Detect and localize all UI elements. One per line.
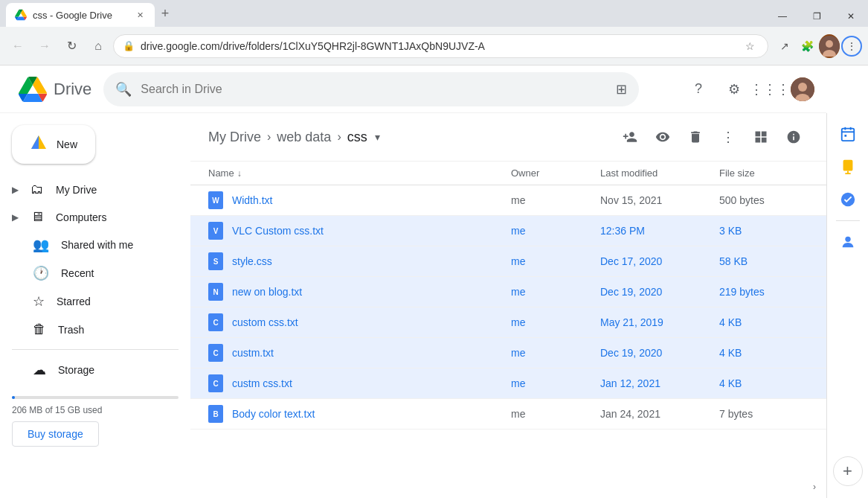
sidebar-item-computers[interactable]: ▶ 🖥 Computers [0,203,179,231]
table-row[interactable]: C custm css.txt me Jan 12, 2021 4 KB [190,368,826,399]
new-tab-button[interactable]: + [155,3,176,24]
name-column-header[interactable]: Name ↓ [208,167,511,179]
sidebar-item-storage[interactable]: ☁ Storage [0,356,179,384]
breadcrumb-separator-1: › [267,130,271,144]
add-apps-button[interactable]: + [833,456,863,486]
file-owner: me [511,316,600,328]
table-row[interactable]: N new on blog.txt me Dec 19, 2020 219 by… [190,277,826,307]
sidebar-item-starred[interactable]: ☆ Starred [0,287,179,316]
file-name-cell: C custm css.txt [208,374,511,392]
sidebar-item-recent[interactable]: 🕐 Recent [0,259,179,287]
apps-button[interactable]: ⋮⋮⋮ [755,74,785,104]
file-date: Nov 15, 2021 [600,194,719,206]
file-name-cell: C custm.txt [208,344,511,362]
file-name[interactable]: new on blog.txt [232,286,302,298]
table-row[interactable]: S style.css me Dec 17, 2020 58 KB [190,246,826,277]
breadcrumb-my-drive[interactable]: My Drive [208,130,261,145]
file-name[interactable]: custom css.txt [232,316,298,328]
search-icon: 🔍 [115,81,132,98]
sidebar-item-trash[interactable]: 🗑 Trash [0,316,179,343]
sort-icon: ↓ [237,168,242,179]
tab-close-button[interactable]: ✕ [134,9,146,21]
table-row[interactable]: W Width.txt me Nov 15, 2021 500 bytes [190,185,826,216]
file-name[interactable]: style.css [232,255,272,267]
file-icon: C [208,344,223,362]
help-button[interactable]: ? [684,74,713,104]
share-icon[interactable]: ↗ [774,36,795,57]
file-date: Jan 24, 2021 [600,408,719,420]
keep-button[interactable] [833,152,863,182]
recent-icon: 🕐 [33,265,49,281]
buy-storage-button[interactable]: Buy storage [12,421,99,447]
maximize-button[interactable]: ❐ [800,3,834,30]
home-button[interactable]: ⌂ [86,34,110,58]
file-date: Dec 19, 2020 [600,347,719,359]
file-size-column-header: File size [719,167,808,179]
forward-button[interactable]: → [33,34,57,58]
file-owner: me [511,194,600,206]
drive-logo: Drive [18,77,91,102]
delete-button[interactable] [681,122,710,152]
user-avatar[interactable] [791,77,814,101]
user-avatar-image [791,77,814,101]
file-name[interactable]: custm css.txt [232,377,292,389]
expand-icon: ▶ [12,212,19,223]
tab-title: css - Google Drive [33,10,128,21]
table-row[interactable]: B Body color text.txt me Jan 24, 2021 7 … [190,399,826,430]
breadcrumb-separator-2: › [337,130,341,144]
sidebar-storage-label: Storage [58,364,94,376]
settings-button[interactable]: ⚙ [719,74,749,104]
file-icon: C [208,374,223,392]
calendar-button[interactable] [833,119,863,149]
url-bar[interactable]: 🔒 drive.google.com/drive/folders/1ClXuY5… [113,34,768,58]
search-input[interactable] [141,83,607,96]
lock-icon: 🔒 [123,40,135,51]
sidebar-item-my-drive[interactable]: ▶ 🗂 My Drive [0,176,179,203]
info-button[interactable] [779,122,808,152]
table-row[interactable]: C custm.txt me Dec 19, 2020 4 KB [190,338,826,368]
bookmark-icon[interactable]: ☆ [741,37,759,55]
svg-point-1 [826,40,833,48]
file-name[interactable]: Body color text.txt [232,408,315,420]
storage-section: 206 MB of 15 GB used Buy storage [0,384,190,459]
table-row[interactable]: V VLC Custom css.txt me 12:36 PM 3 KB [190,216,826,246]
sidebar-item-shared[interactable]: 👥 Shared with me [0,231,179,259]
file-name[interactable]: Width.txt [232,194,272,206]
table-row[interactable]: C custom css.txt me May 21, 2019 4 KB [190,307,826,338]
add-person-button[interactable] [615,122,645,152]
profile-section[interactable] [819,36,840,57]
file-name[interactable]: custm.txt [232,347,274,359]
chrome-menu-button[interactable]: ⋮ [841,36,862,57]
file-owner: me [511,255,600,267]
app-layout: Drive 🔍 ⊞ ? ⚙ ⋮⋮⋮ [0,66,868,498]
reload-button[interactable]: ↻ [60,34,83,58]
file-name-cell: V VLC Custom css.txt [208,222,511,240]
last-modified-column-header: Last modified [600,167,719,179]
back-button[interactable]: ← [6,34,30,58]
contacts-button[interactable] [833,227,863,257]
breadcrumb-web-data[interactable]: web data [277,130,331,145]
computers-icon: 🖥 [30,209,44,225]
file-date: Dec 17, 2020 [600,255,719,267]
search-filter-icon[interactable]: ⊞ [616,81,627,98]
file-owner: me [511,377,600,389]
search-bar[interactable]: 🔍 ⊞ [103,72,639,106]
right-sidebar-divider [836,220,860,221]
svg-point-4 [798,83,807,92]
owner-column-header: Owner [511,167,600,179]
minimize-button[interactable]: — [765,3,800,30]
close-button[interactable]: ✕ [834,3,868,30]
tasks-button[interactable] [833,185,863,214]
extensions-icon[interactable]: 🧩 [797,36,817,57]
breadcrumb-dropdown-icon[interactable]: ▾ [375,131,380,143]
file-date: Jan 12, 2021 [600,377,719,389]
browser-tab[interactable]: css - Google Drive ✕ [6,3,155,27]
preview-button[interactable] [648,122,678,152]
file-owner: me [511,225,600,237]
breadcrumb-css[interactable]: css [347,130,367,145]
grid-view-button[interactable] [746,122,776,152]
more-options-button[interactable]: ⋮ [713,122,743,152]
new-button[interactable]: New [12,125,95,164]
file-owner: me [511,408,600,420]
file-name[interactable]: VLC Custom css.txt [232,225,324,237]
